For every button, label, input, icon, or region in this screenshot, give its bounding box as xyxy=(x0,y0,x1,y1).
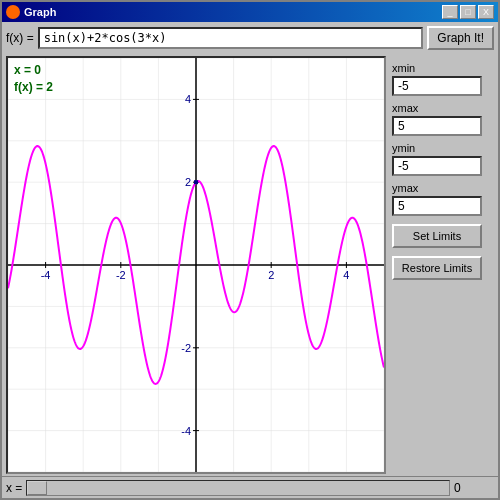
fx-label: f(x) = xyxy=(6,31,34,45)
minimize-button[interactable]: _ xyxy=(442,5,458,19)
graph-fx-value: f(x) = 2 xyxy=(14,79,53,96)
scrollbar-track[interactable] xyxy=(26,480,450,496)
main-area: x = 0 f(x) = 2 xmin xmax ymin ymax Set L… xyxy=(2,54,498,476)
xmax-input[interactable] xyxy=(392,116,482,136)
graph-canvas[interactable] xyxy=(8,58,384,472)
graph-panel: x = 0 f(x) = 2 xyxy=(6,56,386,474)
set-limits-button[interactable]: Set Limits xyxy=(392,224,482,248)
close-button[interactable]: X xyxy=(478,5,494,19)
title-bar: Graph _ □ X xyxy=(2,2,498,22)
ymin-input[interactable] xyxy=(392,156,482,176)
maximize-button[interactable]: □ xyxy=(460,5,476,19)
right-panel: xmin xmax ymin ymax Set Limits Restore L… xyxy=(388,54,498,476)
xmin-label: xmin xyxy=(392,62,494,74)
main-window: Graph _ □ X f(x) = Graph It! x = 0 f(x) … xyxy=(0,0,500,500)
app-icon xyxy=(6,5,20,19)
status-bar: x = 0 xyxy=(2,476,498,498)
graph-button[interactable]: Graph It! xyxy=(427,26,494,50)
graph-info: x = 0 f(x) = 2 xyxy=(14,62,53,96)
xmax-label: xmax xyxy=(392,102,494,114)
window-controls: _ □ X xyxy=(442,5,494,19)
graph-x-value: x = 0 xyxy=(14,62,53,79)
status-value: 0 xyxy=(454,481,494,495)
ymin-label: ymin xyxy=(392,142,494,154)
restore-limits-button[interactable]: Restore Limits xyxy=(392,256,482,280)
formula-input[interactable] xyxy=(38,27,424,49)
xmin-input[interactable] xyxy=(392,76,482,96)
window-title: Graph xyxy=(24,6,442,18)
ymax-label: ymax xyxy=(392,182,494,194)
ymax-input[interactable] xyxy=(392,196,482,216)
toolbar: f(x) = Graph It! xyxy=(2,22,498,54)
status-label: x = xyxy=(6,481,22,495)
scrollbar-thumb[interactable] xyxy=(27,481,47,495)
